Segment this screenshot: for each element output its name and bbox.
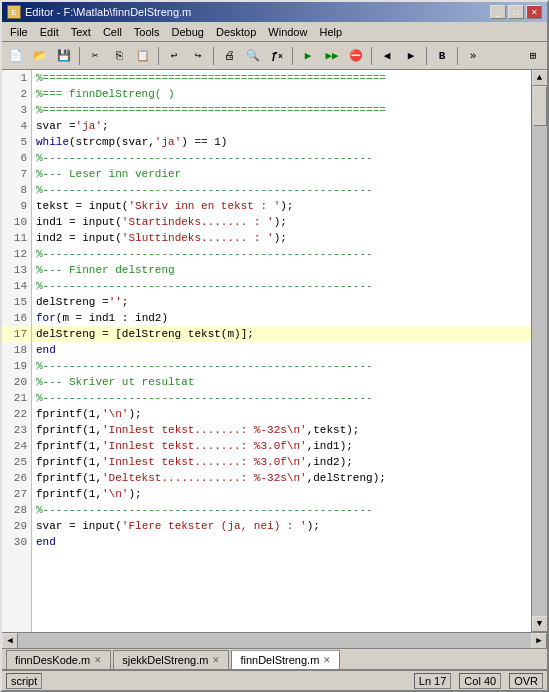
- menu-text[interactable]: Text: [65, 24, 97, 40]
- code-line-18: end: [32, 342, 531, 358]
- menu-cell[interactable]: Cell: [97, 24, 128, 40]
- run-selection-button[interactable]: ⛔: [345, 45, 367, 67]
- step-back-button[interactable]: ◀: [376, 45, 398, 67]
- line-num-29: 29: [2, 518, 31, 534]
- menu-bar: File Edit Text Cell Tools Debug Desktop …: [2, 22, 547, 42]
- line-num-27: 27: [2, 486, 31, 502]
- line-num-12: 12: [2, 246, 31, 262]
- editor-area: 1 2 3 4 5 6 7 8 9 10 11 12 13 14 15 16 1…: [2, 70, 547, 632]
- tab-finnDeskode[interactable]: finnDesKode.m ✕: [6, 650, 111, 669]
- code-editor[interactable]: %=======================================…: [32, 70, 531, 632]
- line-num-25: 25: [2, 454, 31, 470]
- line-num-14: 14: [2, 278, 31, 294]
- code-line-12: %---------------------------------------…: [32, 246, 531, 262]
- fx-button[interactable]: ƒx: [266, 45, 288, 67]
- code-line-16: for (m = ind1 : ind2): [32, 310, 531, 326]
- title-bar: E Editor - F:\Matlab\finnDelStreng.m _ □…: [2, 2, 547, 22]
- scroll-track-h[interactable]: [18, 633, 531, 649]
- close-button[interactable]: ✕: [526, 5, 542, 19]
- code-line-7: %--- Leser inn verdier: [32, 166, 531, 182]
- code-line-21: %---------------------------------------…: [32, 390, 531, 406]
- line-num-23: 23: [2, 422, 31, 438]
- menu-tools[interactable]: Tools: [128, 24, 166, 40]
- scroll-right-button[interactable]: ▶: [531, 633, 547, 649]
- tab-sjekkdelstreng[interactable]: sjekkDelStreng.m ✕: [113, 650, 229, 669]
- title-bar-buttons: _ □ ✕: [490, 5, 542, 19]
- print-button[interactable]: 🖨: [218, 45, 240, 67]
- tab-sjekkdelstreng-label: sjekkDelStreng.m: [122, 654, 208, 666]
- status-bar: script Ln 17 Col 40 OVR: [2, 670, 547, 690]
- paste-button[interactable]: 📋: [132, 45, 154, 67]
- vertical-scrollbar[interactable]: ▲ ▼: [531, 70, 547, 632]
- code-line-19: %---------------------------------------…: [32, 358, 531, 374]
- line-num-15: 15: [2, 294, 31, 310]
- horizontal-scrollbar[interactable]: ◀ ▶: [2, 632, 547, 648]
- script-label: script: [11, 675, 37, 687]
- tab-sjekkdelstreng-close[interactable]: ✕: [212, 655, 220, 665]
- code-line-29: svar = input('Flere tekster (ja, nei) : …: [32, 518, 531, 534]
- grid-view-button[interactable]: ⊞: [522, 45, 544, 67]
- line-num-11: 11: [2, 230, 31, 246]
- line-num-26: 26: [2, 470, 31, 486]
- bold-button[interactable]: B: [431, 45, 453, 67]
- toolbar-separator-2: [158, 47, 159, 65]
- tab-finndelstreng[interactable]: finnDelStreng.m ✕: [231, 650, 340, 669]
- redo-button[interactable]: ↪: [187, 45, 209, 67]
- scroll-down-button[interactable]: ▼: [532, 616, 548, 632]
- code-line-8: %---------------------------------------…: [32, 182, 531, 198]
- line-num-4: 4: [2, 118, 31, 134]
- run-button[interactable]: ▶: [297, 45, 319, 67]
- tab-finndelstreng-close[interactable]: ✕: [323, 655, 331, 665]
- code-line-4: svar = 'ja';: [32, 118, 531, 134]
- menu-desktop[interactable]: Desktop: [210, 24, 262, 40]
- code-line-1: %=======================================…: [32, 70, 531, 86]
- window-title: Editor - F:\Matlab\finnDelStreng.m: [25, 6, 191, 18]
- new-file-button[interactable]: 📄: [5, 45, 27, 67]
- menu-help[interactable]: Help: [313, 24, 348, 40]
- line-num-6: 6: [2, 150, 31, 166]
- line-num-17: 17: [2, 326, 31, 342]
- more-button[interactable]: »: [462, 45, 484, 67]
- line-num-24: 24: [2, 438, 31, 454]
- open-button[interactable]: 📂: [29, 45, 51, 67]
- code-line-26: fprintf(1,'Deltekst............: %-32s\n…: [32, 470, 531, 486]
- line-num-5: 5: [2, 134, 31, 150]
- copy-button[interactable]: ⎘: [108, 45, 130, 67]
- toolbar-separator-5: [371, 47, 372, 65]
- minimize-button[interactable]: _: [490, 5, 506, 19]
- toolbar-separator-3: [213, 47, 214, 65]
- maximize-button[interactable]: □: [508, 5, 524, 19]
- scroll-up-button[interactable]: ▲: [532, 70, 548, 86]
- code-line-3: %=======================================…: [32, 102, 531, 118]
- scroll-thumb[interactable]: [533, 86, 547, 126]
- code-line-28: %---------------------------------------…: [32, 502, 531, 518]
- line-num-1: 1: [2, 70, 31, 86]
- toolbar-separator-4: [292, 47, 293, 65]
- code-line-2: %=== finnDelStreng( ): [32, 86, 531, 102]
- code-line-20: %--- Skriver ut resultat: [32, 374, 531, 390]
- menu-file[interactable]: File: [4, 24, 34, 40]
- undo-button[interactable]: ↩: [163, 45, 185, 67]
- tab-finndeskode-close[interactable]: ✕: [94, 655, 102, 665]
- scroll-track[interactable]: [532, 86, 548, 616]
- scroll-left-button[interactable]: ◀: [2, 633, 18, 649]
- code-line-14: %---------------------------------------…: [32, 278, 531, 294]
- line-num-16: 16: [2, 310, 31, 326]
- menu-edit[interactable]: Edit: [34, 24, 65, 40]
- tabs-bar: finnDesKode.m ✕ sjekkDelStreng.m ✕ finnD…: [2, 648, 547, 670]
- save-button[interactable]: 💾: [53, 45, 75, 67]
- code-line-30: end: [32, 534, 531, 550]
- menu-debug[interactable]: Debug: [166, 24, 210, 40]
- line-num-7: 7: [2, 166, 31, 182]
- code-line-22: fprintf(1,'\n');: [32, 406, 531, 422]
- code-line-5: while (strcmp(svar,'ja') == 1): [32, 134, 531, 150]
- code-line-11: ind2 = input('Sluttindeks....... : ');: [32, 230, 531, 246]
- run-cell-button[interactable]: ▶▶: [321, 45, 343, 67]
- script-status: script: [6, 673, 42, 689]
- step-fwd-button[interactable]: ▶: [400, 45, 422, 67]
- find-button[interactable]: 🔍: [242, 45, 264, 67]
- code-line-13: %--- Finner delstreng: [32, 262, 531, 278]
- menu-window[interactable]: Window: [262, 24, 313, 40]
- cut-button[interactable]: ✂: [84, 45, 106, 67]
- line-num-2: 2: [2, 86, 31, 102]
